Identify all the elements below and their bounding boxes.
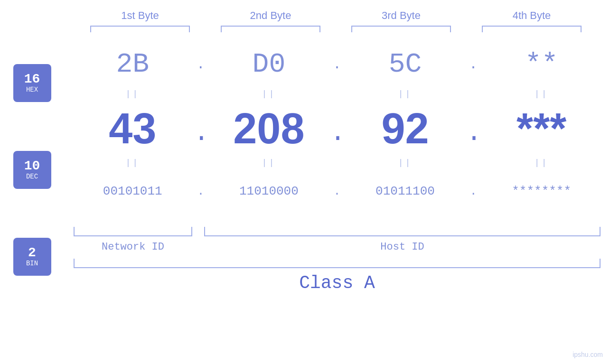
hex-cell-3: 5C [348,49,462,80]
page-container: 1st Byte 2nd Byte 3rd Byte 4th Byte 16 H… [0,0,610,364]
eq2-4: || [485,158,599,168]
dec-cell-3: 92 [348,107,462,150]
bracket-top-2 [221,26,320,32]
bin-dot-3: . [466,185,480,198]
class-label: Class A [64,273,610,293]
badges-column: 16 HEX 10 DEC 2 BIN [0,42,64,293]
byte-label-2: 2nd Byte [218,9,323,22]
watermark: ipshu.com [572,351,603,358]
dec-badge: 10 DEC [13,151,51,189]
bracket-top-1 [90,26,190,32]
hex-badge-label: HEX [26,86,38,93]
overall-bracket [74,259,601,268]
eq1-4: || [485,89,599,99]
byte-labels-row: 1st Byte 2nd Byte 3rd Byte 4th Byte [75,9,597,22]
top-brackets [75,26,597,32]
bin-cell-2: 11010000 [212,184,326,198]
overall-bracket-container [64,259,610,268]
bin-dot-2: . [330,185,344,198]
id-bracket-container [64,213,610,241]
bracket-top-3 [351,26,451,32]
dec-badge-number: 10 [24,159,40,173]
dec-cell-1: 43 [75,107,189,150]
eq1-1: || [75,89,189,99]
hex-dot-1: . [194,56,208,73]
equals-row-1: || || || || [64,87,610,101]
host-id-bracket [204,227,601,236]
hex-dot-2: . [330,56,344,73]
dec-cell-4: *** [485,107,599,150]
hex-cell-2: D0 [212,49,326,80]
bin-cell-1: 00101011 [75,184,189,198]
eq1-2: || [212,89,326,99]
hex-dot-3: . [466,56,480,73]
dec-dot-1: . [194,117,208,140]
byte-label-3: 3rd Byte [349,9,453,22]
eq1-3: || [348,89,462,99]
hex-badge-number: 16 [24,73,40,86]
byte-label-1: 1st Byte [88,9,192,22]
eq2-2: || [212,158,326,168]
bin-cell-4: ******** [485,184,599,198]
eq2-1: || [75,158,189,168]
bin-badge-label: BIN [26,260,38,267]
dec-cell-2: 208 [212,107,326,150]
bin-badge: 2 BIN [13,238,51,276]
id-labels-row: Network ID Host ID [64,241,610,253]
network-id-bracket [74,227,192,236]
dec-dot-2: . [330,117,344,140]
equals-row-2: || || || || [64,156,610,170]
bin-cell-3: 01011100 [348,184,462,198]
dec-dot-3: . [466,117,480,140]
hex-cell-1: 2B [75,49,189,80]
bracket-top-4 [482,26,582,32]
bin-dot-1: . [194,185,208,198]
host-id-label: Host ID [204,241,601,253]
dec-badge-label: DEC [26,173,38,180]
content-area: 16 HEX 10 DEC 2 BIN 2B . D0 [0,42,610,293]
bin-row: 00101011 . 11010000 . 01011100 . *******… [64,170,610,213]
network-id-label: Network ID [74,241,192,253]
bin-badge-number: 2 [28,246,36,260]
hex-cell-4: ** [485,49,599,80]
dec-row: 43 . 208 . 92 . *** [64,101,610,156]
hex-badge: 16 HEX [13,64,51,102]
hex-row: 2B . D0 . 5C . ** [64,42,610,87]
byte-label-4: 4th Byte [479,9,584,22]
main-data-grid: 2B . D0 . 5C . ** || || [64,42,610,293]
eq2-3: || [348,158,462,168]
